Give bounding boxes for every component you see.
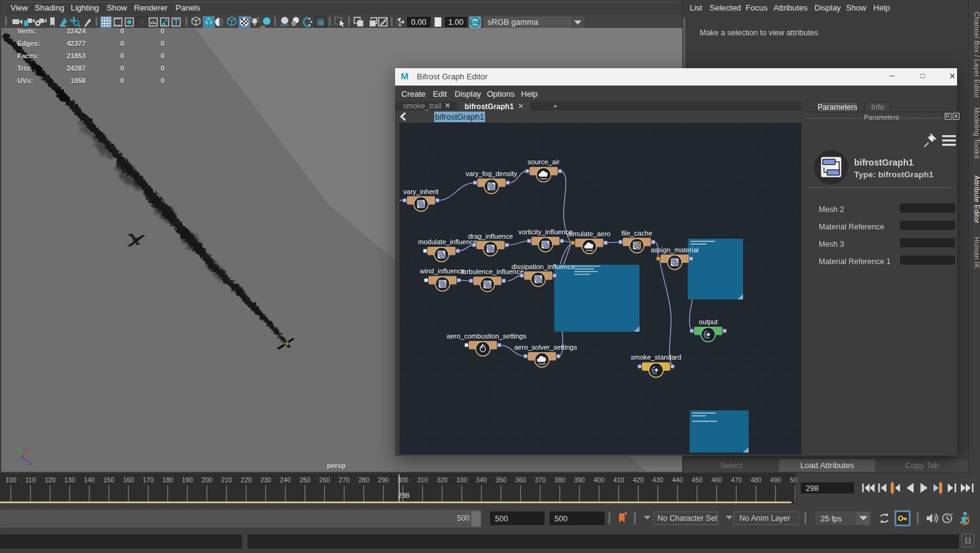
svg-text:simulate_aero: simulate_aero [568,230,610,237]
svg-text:350: 350 [496,476,507,484]
svg-text:source_air: source_air [528,158,560,166]
svg-text:No Anim Layer: No Anim Layer [739,514,790,523]
svg-text:500: 500 [555,515,568,523]
svg-text:120: 120 [45,476,56,484]
svg-text:vary_fog_density: vary_fog_density [466,170,518,177]
svg-text:file_cache: file_cache [621,229,653,237]
svg-text:490: 490 [770,476,782,484]
svg-text:290: 290 [378,476,389,484]
svg-text:420: 420 [633,476,644,484]
svg-text:130: 130 [65,476,76,484]
svg-text:500: 500 [457,514,470,523]
svg-text:z: z [29,460,32,466]
svg-text:400: 400 [594,476,605,484]
svg-text:140: 140 [84,476,95,484]
svg-text:1.00: 1.00 [448,18,463,27]
svg-text:aero_solver_settings: aero_solver_settings [514,343,577,351]
svg-text:180: 180 [163,476,174,484]
svg-text:190: 190 [182,476,193,484]
svg-text:sRGB gamma: sRGB gamma [488,17,538,27]
svg-text:330: 330 [457,476,468,484]
svg-text:No Character Set: No Character Set [657,514,718,523]
svg-text:380: 380 [555,476,566,484]
svg-text:340: 340 [476,476,487,484]
svg-text:vorticity_influence: vorticity_influence [519,228,572,236]
svg-text:390: 390 [574,476,585,484]
svg-text:480: 480 [751,476,762,484]
svg-text:320: 320 [437,476,448,484]
svg-text:100: 100 [6,476,17,484]
svg-text:170: 170 [143,476,154,484]
svg-text:150: 150 [104,476,115,484]
svg-text:y: y [17,445,20,451]
svg-text:280: 280 [359,476,370,484]
svg-text:output: output [698,318,718,325]
svg-text:298: 298 [806,484,819,493]
svg-text:110: 110 [25,476,36,484]
svg-text:410: 410 [613,476,625,484]
svg-text:500: 500 [495,515,508,523]
svg-text:200: 200 [202,476,213,484]
svg-text:smoke_standard: smoke_standard [631,353,681,361]
svg-text:dissipation_influence: dissipation_influence [512,263,575,270]
svg-text:220: 220 [241,476,252,484]
svg-text:250: 250 [300,476,311,484]
svg-text:460: 460 [711,476,723,484]
svg-text:270: 270 [339,476,350,484]
svg-text:0.00: 0.00 [411,18,426,27]
svg-text:210: 210 [221,476,232,484]
svg-text:aero_combustion_settings: aero_combustion_settings [447,332,527,340]
svg-text:vary_inherit: vary_inherit [403,188,439,195]
svg-text:wind_influence: wind_influence [419,267,465,275]
svg-text:450: 450 [692,476,703,484]
svg-text:x: x [27,446,30,453]
svg-text:260: 260 [319,476,330,484]
svg-text:440: 440 [672,476,683,484]
svg-text:360: 360 [515,476,527,484]
svg-text:160: 160 [123,476,134,484]
svg-text:ON: ON [471,20,479,25]
svg-text:310: 310 [417,476,429,484]
svg-text:25 fps: 25 fps [821,515,842,523]
svg-text:470: 470 [731,476,742,484]
svg-text:50: 50 [790,476,797,484]
svg-text:240: 240 [280,476,291,484]
svg-text:298: 298 [398,492,409,499]
svg-text:370: 370 [535,476,546,484]
svg-text:430: 430 [653,476,664,484]
svg-text:assign_material: assign_material [651,246,698,254]
svg-text:drag_influence: drag_influence [468,232,513,240]
svg-text:230: 230 [261,476,272,484]
